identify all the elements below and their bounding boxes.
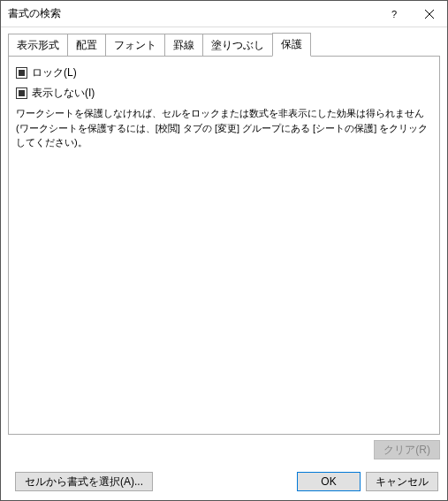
lock-checkbox[interactable] [16,67,27,79]
checkbox-indeterminate-icon [19,70,25,76]
dialog-footer: セルから書式を選択(A)... OK キャンセル [1,463,447,500]
choose-format-from-cell-button[interactable]: セルから書式を選択(A)... [15,472,153,491]
clear-button[interactable]: クリア(R) [374,440,440,459]
protection-note: ワークシートを保護しなければ、セルをロックまたは数式を非表示にした効果は得られま… [16,106,432,150]
ok-button[interactable]: OK [297,472,361,491]
tab-font[interactable]: フォント [105,34,165,57]
tab-strip: 表示形式 配置 フォント 罫線 塗りつぶし 保護 [8,33,440,56]
close-icon [425,10,434,19]
tab-panel-protection: ロック(L) 表示しない(I) ワークシートを保護しなければ、セルをロックまたは… [8,56,440,435]
window-title: 書式の検索 [8,6,376,21]
close-button[interactable] [412,1,447,27]
tab-border[interactable]: 罫線 [164,34,203,57]
tab-alignment[interactable]: 配置 [67,34,106,57]
tab-fill[interactable]: 塗りつぶし [202,34,273,57]
checkbox-indeterminate-icon [19,90,25,96]
titlebar: 書式の検索 ? [1,1,447,27]
svg-text:?: ? [391,10,397,19]
lock-row: ロック(L) [16,65,432,80]
hidden-checkbox[interactable] [16,87,27,99]
cancel-button[interactable]: キャンセル [366,472,438,491]
hidden-row: 表示しない(I) [16,86,432,101]
tab-protection[interactable]: 保護 [272,33,311,57]
help-button[interactable]: ? [376,1,412,27]
hidden-label: 表示しない(I) [32,86,95,101]
tab-number-format[interactable]: 表示形式 [8,34,68,57]
lock-label: ロック(L) [32,65,77,80]
